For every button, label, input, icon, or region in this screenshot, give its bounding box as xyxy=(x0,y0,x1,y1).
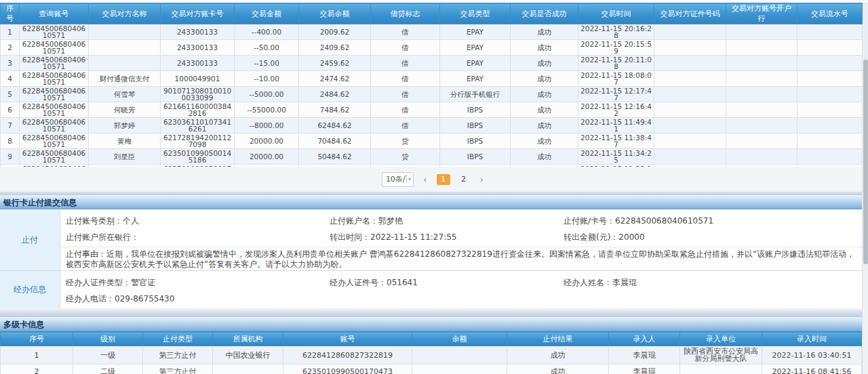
table-cell: --8000.00 xyxy=(235,118,299,133)
column-header: 录入人 xyxy=(609,332,680,346)
column-header: 账号 xyxy=(283,332,412,346)
table-cell xyxy=(726,40,797,56)
table-cell: 借 xyxy=(371,102,440,118)
table-cell: EPAY xyxy=(440,24,511,40)
table-cell: 5 xyxy=(1,87,20,102)
table-cell: 6228450068040610571 xyxy=(20,40,89,56)
table-cell xyxy=(726,118,797,133)
table-cell: 1000049901 xyxy=(161,71,235,87)
transactions-table-container: 序号查询账号交易对方名称交易对方账卡号交易金额交易余额借贷标志交易类型交易是否成… xyxy=(0,3,863,180)
table-row: 16228450068040610571243300133--400.00200… xyxy=(1,24,863,40)
table-cell: 成功 xyxy=(511,24,578,40)
table-cell: 7 xyxy=(1,118,20,133)
table-cell: 2022-11-15 11:49:41 xyxy=(578,118,654,133)
table-cell xyxy=(654,87,726,102)
table-cell: 50484.62 xyxy=(299,149,371,165)
table-cell: 二级 xyxy=(73,365,143,374)
table-cell: IBPS xyxy=(440,133,511,149)
table-cell xyxy=(654,71,726,87)
table-cell xyxy=(726,56,797,71)
column-header: 录入时间 xyxy=(762,332,862,346)
stop-payment-group-label: 止付 xyxy=(0,209,60,270)
page-size-select[interactable]: 10条/页 ▾ xyxy=(382,172,414,187)
table-cell: 第三方止付 xyxy=(143,365,213,374)
table-cell: 6 xyxy=(1,102,20,118)
table-cell xyxy=(726,102,797,118)
table-cell: 贷 xyxy=(371,133,440,149)
multi-card-section-title: 多级卡信息 xyxy=(0,316,868,331)
vertical-scrollbar[interactable] xyxy=(862,60,868,374)
column-header: 交易对方名称 xyxy=(89,3,161,24)
table-row: 86228450068040610571黄梅621728194200112709… xyxy=(1,133,863,149)
table-cell: 成功 xyxy=(511,71,578,87)
multi-card-table: 序号级别止付类型所属机构账号余额止付结果录入人录入单位录入时间 1一级第三方止付… xyxy=(0,331,862,374)
table-cell: 6228450068040610571 xyxy=(20,133,89,149)
handler-info-group-content: 经办人证件类型：警官证 经办人证件号：051641 经办人姓名：李晨琨 经办人电… xyxy=(60,271,868,308)
table-cell: 分行版手机银行 xyxy=(440,87,511,102)
multi-card-table-container: 序号级别止付类型所属机构账号余额止付结果录入人录入单位录入时间 1一级第三方止付… xyxy=(0,331,862,374)
table-row: 26228450068040610571243300133--50.002409… xyxy=(1,40,863,56)
transfer-time: 转出时间：2022-11-15 11:27:55 xyxy=(330,232,564,243)
table-cell: 70484.62 xyxy=(299,133,371,149)
table-cell: 2022-11-15 12:16:42 xyxy=(578,102,654,118)
table-cell: 何晓芳 xyxy=(89,102,161,118)
table-cell xyxy=(89,56,161,71)
table-cell xyxy=(654,118,726,133)
table-cell: 刘星臣 xyxy=(89,149,161,165)
table-cell: EPAY xyxy=(440,71,511,87)
table-cell: 6217281942001127098 xyxy=(161,133,235,149)
table-cell xyxy=(797,118,863,133)
handler-name: 经办人姓名：李晨琨 xyxy=(564,277,861,289)
table-cell xyxy=(797,56,863,71)
table-cell xyxy=(797,40,863,56)
stop-card-number: 止付账/卡号：6228450068040610571 xyxy=(564,215,861,227)
table-cell: 4 xyxy=(1,71,20,87)
column-header: 交易流水号 xyxy=(797,3,863,24)
column-header: 交易对方证件号码 xyxy=(654,3,726,24)
table-cell: 一级 xyxy=(73,346,143,365)
field-row: 止付账号类别：个人 止付账户名：郭梦艳 止付账/卡号：6228450068040… xyxy=(60,213,868,229)
table-cell: 借 xyxy=(371,118,440,133)
table-cell: 财付通微信支付 xyxy=(89,71,161,87)
table-cell: 第三方止付 xyxy=(143,346,213,365)
table-cell: 2022-11-16 08:41:56 xyxy=(762,365,862,374)
table-cell xyxy=(412,365,507,374)
column-header: 查询账号 xyxy=(20,3,89,24)
table-cell: 借 xyxy=(371,56,440,71)
table-cell: 成功 xyxy=(511,56,578,71)
table-cell: 成功 xyxy=(511,133,578,149)
table-cell: 243300133 xyxy=(161,24,235,40)
page-size-value: 10条/页 xyxy=(386,174,407,184)
table-cell: 郭梦婷 xyxy=(89,118,161,133)
column-header: 级别 xyxy=(73,332,143,346)
table-cell: IBPS xyxy=(440,102,511,118)
column-header: 交易金额 xyxy=(235,3,299,24)
table-cell: 2022-11-15 12:17:47 xyxy=(578,87,654,102)
table-row: 76228450068040610571郭梦婷62303611010734162… xyxy=(1,118,863,133)
table-cell: IBPS xyxy=(440,149,511,165)
table-cell: 6228412860827322819 xyxy=(283,346,412,365)
handler-id-number: 经办人证件号：051641 xyxy=(330,277,564,289)
stop-payment-reason: 止付事由：近期，我单位在接报刘妮被骗警情中，发现涉案人员利用贵单位相关账户 曹鸿… xyxy=(60,249,868,270)
scrollbar-thumb[interactable] xyxy=(863,60,868,264)
table-row: 36228450068040610571243300133--15.002459… xyxy=(1,56,863,71)
table-cell: 李晨琨 xyxy=(609,346,680,365)
table-row: 1一级第三方止付中国农业银行6228412860827322819成功李晨琨陕西… xyxy=(1,346,862,365)
table-cell: 2474.62 xyxy=(299,71,371,87)
table-cell: IBPS xyxy=(440,118,511,133)
table-cell: 黄梅 xyxy=(89,133,161,149)
table-row: 96228450068040610571刘星臣62350109905001451… xyxy=(1,149,863,165)
table-cell xyxy=(726,133,797,149)
next-page-button[interactable]: › xyxy=(477,174,487,185)
column-header: 所属机构 xyxy=(213,332,283,346)
table-cell: 2022-11-15 20:16:28 xyxy=(578,24,654,40)
table-cell: --15.00 xyxy=(235,56,299,71)
column-header: 交易类型 xyxy=(440,3,511,24)
page-button-2[interactable]: 2 xyxy=(457,174,471,185)
table-cell: 3 xyxy=(1,56,20,71)
table-cell xyxy=(797,102,863,118)
table-cell: --55000.00 xyxy=(235,102,299,118)
page-button-1[interactable]: 1 xyxy=(437,174,450,185)
table-cell: 20000.00 xyxy=(235,133,299,149)
prev-page-button[interactable]: ‹ xyxy=(420,174,430,185)
